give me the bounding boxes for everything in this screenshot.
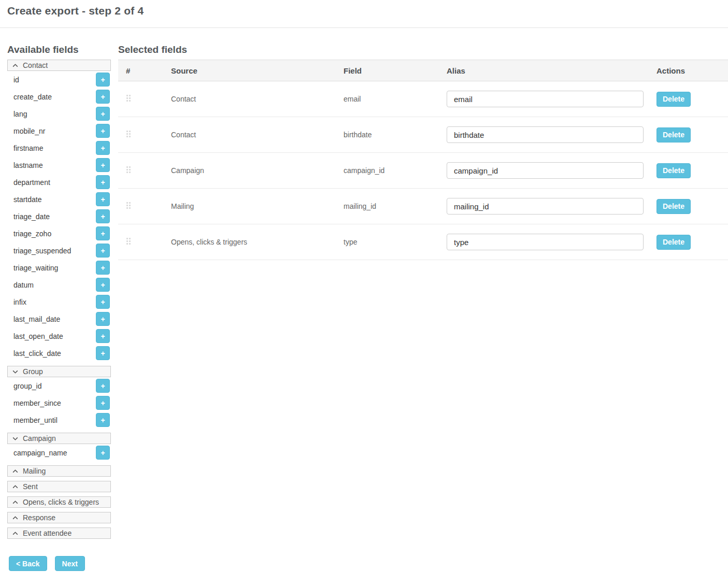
available-field-label: department (13, 178, 50, 187)
available-field-label: last_open_date (13, 332, 63, 340)
add-field-button[interactable]: + (96, 396, 110, 410)
plus-icon: + (101, 110, 105, 118)
selected-field-row: Contact email Delete (118, 81, 728, 117)
selected-field-row: Campaign campaign_id Delete (118, 153, 728, 189)
field-group-items: campaign_name + (7, 444, 111, 461)
plus-icon: + (101, 399, 105, 407)
available-field-label: infix (13, 298, 26, 306)
available-field-label: mobile_nr (13, 127, 45, 135)
available-field-row: mobile_nr + (7, 122, 111, 139)
field-cell: campaign_id (344, 166, 447, 175)
available-field-label: member_since (13, 399, 61, 407)
page-header: Create export - step 2 of 4 (0, 0, 728, 17)
delete-button[interactable]: Delete (656, 235, 691, 250)
available-field-row: triage_zoho + (7, 225, 111, 242)
field-group-label: Event attendee (23, 529, 72, 537)
add-field-button[interactable]: + (96, 90, 110, 104)
add-field-button[interactable]: + (96, 107, 110, 121)
selected-field-row: Mailing mailing_id Delete (118, 189, 728, 224)
available-field-row: last_open_date + (7, 327, 111, 345)
available-field-label: group_id (13, 382, 42, 390)
available-field-label: id (13, 76, 19, 84)
available-field-row: triage_suspended + (7, 242, 111, 259)
field-group: Campaign campaign_name + (7, 433, 111, 461)
add-field-button[interactable]: + (96, 346, 110, 360)
column-header-index: # (118, 66, 171, 75)
available-fields-panel: Available fields Contact id + create_dat… (7, 44, 111, 571)
column-header-field: Field (344, 66, 447, 75)
field-group-header[interactable]: Group (7, 366, 111, 377)
add-field-button[interactable]: + (96, 141, 110, 155)
add-field-button[interactable]: + (96, 329, 110, 343)
plus-icon: + (101, 298, 105, 306)
field-group: Response (7, 512, 111, 523)
add-field-button[interactable]: + (96, 244, 110, 258)
wizard-step-content: Available fields Contact id + create_dat… (0, 44, 728, 571)
available-field-row: lang + (7, 105, 111, 122)
field-group-header[interactable]: Mailing (7, 465, 111, 477)
delete-button[interactable]: Delete (656, 92, 691, 107)
plus-icon: + (101, 247, 105, 255)
alias-input[interactable] (447, 198, 644, 215)
source-cell: Mailing (171, 202, 344, 210)
add-field-button[interactable]: + (96, 278, 110, 292)
alias-input[interactable] (447, 126, 644, 143)
next-button[interactable]: Next (55, 556, 85, 571)
add-field-button[interactable]: + (96, 261, 110, 275)
table-header-row: # Source Field Alias Actions (118, 60, 728, 81)
field-group: Opens, clicks & triggers (7, 496, 111, 508)
plus-icon: + (101, 195, 105, 204)
available-field-row: member_until + (7, 411, 111, 429)
available-field-row: lastname + (7, 156, 111, 174)
field-group-header[interactable]: Sent (7, 481, 111, 492)
add-field-button[interactable]: + (96, 73, 110, 87)
alias-input[interactable] (447, 162, 644, 179)
selected-fields-heading: Selected fields (118, 44, 728, 55)
add-field-button[interactable]: + (96, 124, 110, 138)
add-field-button[interactable]: + (96, 312, 110, 326)
column-header-alias: Alias (447, 66, 656, 75)
add-field-button[interactable]: + (96, 158, 110, 172)
drag-handle-icon[interactable] (126, 238, 131, 245)
alias-input[interactable] (447, 234, 644, 250)
add-field-button[interactable]: + (96, 379, 110, 393)
delete-button[interactable]: Delete (656, 199, 691, 214)
field-cell: email (344, 95, 447, 103)
source-cell: Contact (171, 95, 344, 103)
field-group-header[interactable]: Response (7, 512, 111, 523)
field-group-header[interactable]: Event attendee (7, 527, 111, 539)
add-field-button[interactable]: + (96, 209, 110, 223)
add-field-button[interactable]: + (96, 295, 110, 309)
add-field-button[interactable]: + (96, 446, 110, 460)
table-body: Contact email Delete Contact birthdate D… (118, 81, 728, 260)
drag-handle-icon[interactable] (126, 202, 131, 209)
alias-input[interactable] (447, 91, 644, 107)
add-field-button[interactable]: + (96, 175, 110, 189)
back-button[interactable]: < Back (9, 556, 47, 571)
wizard-nav-buttons: < Back Next (9, 556, 111, 571)
column-header-source: Source (171, 66, 344, 75)
available-field-row: last_click_date + (7, 345, 111, 362)
field-cell: mailing_id (344, 202, 447, 210)
source-cell: Opens, clicks & triggers (171, 238, 344, 246)
available-field-row: datum + (7, 276, 111, 293)
add-field-button[interactable]: + (96, 413, 110, 427)
field-group-header[interactable]: Campaign (7, 433, 111, 444)
delete-button[interactable]: Delete (656, 163, 691, 178)
selected-field-row: Opens, clicks & triggers type Delete (118, 224, 728, 260)
field-group-items: id + create_date + lang + mobile_nr + fi… (7, 71, 111, 362)
field-group-header[interactable]: Contact (7, 60, 111, 71)
field-group-header[interactable]: Opens, clicks & triggers (7, 496, 111, 508)
plus-icon: + (101, 212, 105, 221)
plus-icon: + (101, 416, 105, 424)
delete-button[interactable]: Delete (656, 127, 691, 142)
plus-icon: + (101, 281, 105, 289)
drag-handle-icon[interactable] (126, 166, 131, 173)
available-field-label: lang (13, 110, 27, 118)
chevron-down-icon (12, 370, 18, 374)
chevron-up-icon (12, 532, 18, 535)
drag-handle-icon[interactable] (126, 95, 131, 102)
add-field-button[interactable]: + (96, 192, 110, 206)
drag-handle-icon[interactable] (126, 131, 131, 137)
add-field-button[interactable]: + (96, 226, 110, 240)
